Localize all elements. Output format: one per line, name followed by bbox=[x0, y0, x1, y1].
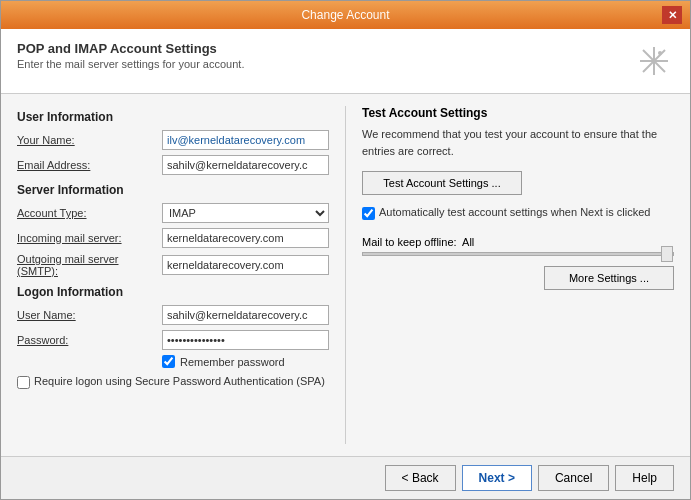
content-area: User Information Your Name: Email Addres… bbox=[1, 94, 690, 456]
user-info-title: User Information bbox=[17, 110, 329, 124]
email-label: Email Address: bbox=[17, 159, 162, 171]
cancel-button[interactable]: Cancel bbox=[538, 465, 609, 491]
test-account-settings-button[interactable]: Test Account Settings ... bbox=[362, 171, 522, 195]
close-button[interactable]: ✕ bbox=[662, 6, 682, 24]
account-type-select[interactable]: IMAP POP3 bbox=[162, 203, 329, 223]
offline-slider-track bbox=[362, 252, 674, 256]
password-row: Password: bbox=[17, 330, 329, 350]
svg-point-4 bbox=[658, 51, 662, 55]
logon-info-title: Logon Information bbox=[17, 285, 329, 299]
offline-label-text: Mail to keep offline: bbox=[362, 236, 457, 248]
spa-label: Require logon using Secure Password Auth… bbox=[34, 374, 325, 389]
title-bar: Change Account ✕ bbox=[1, 1, 690, 29]
offline-slider-container bbox=[362, 252, 674, 256]
account-type-label: Account Type: bbox=[17, 207, 162, 219]
outgoing-label: Outgoing mail server (SMTP): bbox=[17, 253, 162, 277]
username-row: User Name: bbox=[17, 305, 329, 325]
remember-password-label: Remember password bbox=[180, 356, 285, 368]
header-section: POP and IMAP Account Settings Enter the … bbox=[1, 29, 690, 94]
offline-value: All bbox=[462, 236, 474, 248]
email-input[interactable] bbox=[162, 155, 329, 175]
help-button[interactable]: Help bbox=[615, 465, 674, 491]
your-name-input[interactable] bbox=[162, 130, 329, 150]
spa-row: Require logon using Secure Password Auth… bbox=[17, 374, 329, 389]
username-input[interactable] bbox=[162, 305, 329, 325]
password-label: Password: bbox=[17, 334, 162, 346]
auto-test-label: Automatically test account settings when… bbox=[379, 205, 650, 220]
header-subtitle: Enter the mail server settings for your … bbox=[17, 58, 244, 70]
offline-section: Mail to keep offline: All bbox=[362, 236, 674, 256]
auto-test-checkbox[interactable] bbox=[362, 207, 375, 220]
your-name-label: Your Name: bbox=[17, 134, 162, 146]
footer: < Back Next > Cancel Help bbox=[1, 456, 690, 499]
change-account-dialog: Change Account ✕ POP and IMAP Account Se… bbox=[0, 0, 691, 500]
spa-checkbox[interactable] bbox=[17, 376, 30, 389]
remember-password-row: Remember password bbox=[17, 355, 329, 368]
incoming-input[interactable] bbox=[162, 228, 329, 248]
account-type-row: Account Type: IMAP POP3 bbox=[17, 203, 329, 223]
test-settings-title: Test Account Settings bbox=[362, 106, 674, 120]
incoming-row: Incoming mail server: bbox=[17, 228, 329, 248]
header-title: POP and IMAP Account Settings bbox=[17, 41, 244, 56]
offline-slider-handle[interactable] bbox=[661, 246, 673, 262]
test-settings-description: We recommend that you test your account … bbox=[362, 126, 674, 159]
server-info-title: Server Information bbox=[17, 183, 329, 197]
offline-label: Mail to keep offline: All bbox=[362, 236, 674, 248]
header-text: POP and IMAP Account Settings Enter the … bbox=[17, 41, 244, 70]
password-input[interactable] bbox=[162, 330, 329, 350]
username-label: User Name: bbox=[17, 309, 162, 321]
next-button[interactable]: Next > bbox=[462, 465, 532, 491]
more-settings-button[interactable]: More Settings ... bbox=[544, 266, 674, 290]
outgoing-input[interactable] bbox=[162, 255, 329, 275]
right-panel: Test Account Settings We recommend that … bbox=[345, 106, 674, 444]
left-panel: User Information Your Name: Email Addres… bbox=[17, 106, 329, 444]
email-row: Email Address: bbox=[17, 155, 329, 175]
outgoing-row: Outgoing mail server (SMTP): bbox=[17, 253, 329, 277]
remember-password-checkbox[interactable] bbox=[162, 355, 175, 368]
account-icon bbox=[634, 41, 674, 81]
dialog-title: Change Account bbox=[29, 8, 662, 22]
auto-test-row: Automatically test account settings when… bbox=[362, 205, 674, 220]
your-name-row: Your Name: bbox=[17, 130, 329, 150]
incoming-label: Incoming mail server: bbox=[17, 232, 162, 244]
back-button[interactable]: < Back bbox=[385, 465, 456, 491]
